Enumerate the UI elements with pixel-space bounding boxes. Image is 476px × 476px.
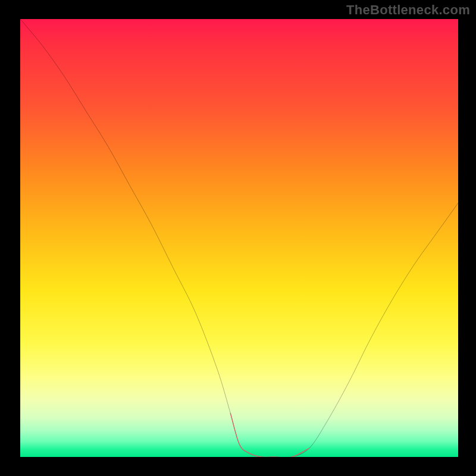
- curve-layer: [20, 19, 458, 457]
- bottleneck-curve: [20, 19, 458, 457]
- plot-area: [20, 19, 458, 457]
- optimal-range-highlight: [230, 413, 309, 457]
- watermark-text: TheBottleneck.com: [346, 2, 470, 18]
- chart-frame: TheBottleneck.com: [0, 0, 476, 476]
